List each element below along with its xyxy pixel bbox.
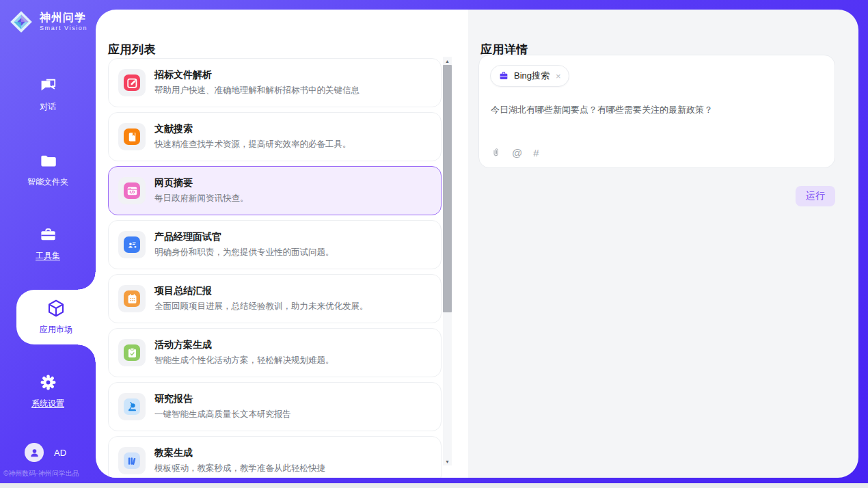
app-name: 活动方案生成 xyxy=(154,339,334,351)
app-desc: 帮助用户快速、准确地理解和解析招标书中的关键信息 xyxy=(154,85,360,96)
app-icon-tile xyxy=(118,285,146,312)
clipboard-check-icon xyxy=(124,344,140,361)
tool-chip-bing-search[interactable]: Bing搜索 × xyxy=(490,65,569,87)
copyright-footer: ©神州数码·神州问学出品 xyxy=(3,469,96,478)
close-icon[interactable]: × xyxy=(556,72,561,81)
prompt-toolbar: @ # xyxy=(491,147,539,159)
app-name: 招标文件解析 xyxy=(154,69,360,81)
app-desc: 明确身份和职责，为您提供专业性的面试问题。 xyxy=(154,247,334,258)
user-icon xyxy=(29,447,40,459)
sidebar-item-app-market[interactable]: 应用市场 xyxy=(16,290,96,344)
sidebar-item-label: 应用市场 xyxy=(40,325,72,334)
scroll-up-arrow-icon[interactable]: ▲ xyxy=(443,57,452,65)
app-name: 项目总结汇报 xyxy=(154,285,368,297)
logo-title: 神州问学 xyxy=(40,12,87,24)
scrollbar-thumb[interactable] xyxy=(443,65,452,312)
toolbox-icon xyxy=(39,226,57,244)
sidebar-item-label: 工具集 xyxy=(36,251,60,260)
user-account[interactable]: AD xyxy=(25,443,66,462)
logo-subtitle: Smart Vision xyxy=(40,25,87,32)
sidebar-item-settings[interactable]: 系统设置 xyxy=(0,373,96,409)
diamond-logo-icon xyxy=(8,9,34,35)
tool-chip-label: Bing搜索 xyxy=(514,70,550,82)
app-name: 产品经理面试官 xyxy=(154,231,334,243)
app-desc: 智能生成个性化活动方案，轻松解决规划难题。 xyxy=(154,355,334,366)
app-frame: 神州问学 Smart Vision 对话 智能文件夹 工具集 xyxy=(0,0,868,483)
app-desc: 快速精准查找学术资源，提高研究效率的必备工具。 xyxy=(154,139,351,150)
hashtag-icon[interactable]: # xyxy=(533,148,539,158)
app-icon-tile xyxy=(118,123,146,150)
calendar-note-icon xyxy=(124,290,140,307)
app-name: 文献搜索 xyxy=(154,123,351,135)
app-desc: 模板驱动，教案秒成，教学准备从此轻松快捷 xyxy=(154,463,325,474)
app-desc: 一键智能生成高质量长文本研究报告 xyxy=(154,409,291,420)
app-desc: 每日政府新闻资讯快查。 xyxy=(154,193,249,204)
app-list-item[interactable]: 项目总结汇报 全面回顾项目进展，总结经验教训，助力未来优化发展。 xyxy=(108,274,442,323)
sidebar-item-label: 对话 xyxy=(40,102,56,111)
app-list-item[interactable]: 教案生成 模板驱动，教案秒成，教学准备从此轻松快捷 xyxy=(108,436,442,478)
app-list-item[interactable]: 招标文件解析 帮助用户快速、准确地理解和解析招标书中的关键信息 xyxy=(108,58,442,107)
app-list-item[interactable]: 文献搜索 快速精准查找学术资源，提高研究效率的必备工具。 xyxy=(108,112,442,161)
app-list-item[interactable]: 研究报告 一键智能生成高质量长文本研究报告 xyxy=(108,382,442,431)
attachment-icon[interactable] xyxy=(491,147,501,159)
cube-icon xyxy=(46,298,66,318)
app-desc: 全面回顾项目进展，总结经验教训，助力未来优化发展。 xyxy=(154,301,368,312)
app-name: 网页摘要 xyxy=(154,177,249,189)
folder-icon xyxy=(39,152,57,170)
app-icon-tile xyxy=(118,231,146,258)
app-icon-tile xyxy=(118,393,146,420)
sidebar-item-label: 智能文件夹 xyxy=(27,177,68,187)
app-icon-tile xyxy=(118,177,146,204)
app-detail-panel: 应用详情 Bing搜索 × 今日湖北有哪些新闻要点？有哪些需要关注的最新政策？ xyxy=(468,10,858,478)
gear-icon xyxy=(39,373,57,392)
mention-icon[interactable]: @ xyxy=(512,148,522,158)
app-window: { "sidebar": { "logo": {"title": "神州问学",… xyxy=(0,0,868,488)
app-list-item-selected[interactable]: 网页摘要 每日政府新闻资讯快查。 xyxy=(108,166,442,215)
app-icon-tile xyxy=(118,447,146,474)
prompt-card: Bing搜索 × 今日湖北有哪些新闻要点？有哪些需要关注的最新政策？ @ # xyxy=(478,55,835,168)
chat-icon xyxy=(39,77,57,95)
edit-document-icon xyxy=(124,74,140,91)
scroll-down-arrow-icon[interactable]: ▼ xyxy=(443,457,452,465)
list-scrollbar[interactable]: ▲ ▼ xyxy=(443,57,452,465)
main-content: 应用列表 招标文件解析 帮助用户快速、准确地理解和解析招标书中的关键信息 xyxy=(96,10,858,478)
sidebar-item-label: 系统设置 xyxy=(31,398,64,408)
run-button[interactable]: 运行 xyxy=(796,186,835,206)
sidebar-item-smart-folder[interactable]: 智能文件夹 xyxy=(0,152,96,188)
app-logo: 神州问学 Smart Vision xyxy=(8,9,87,35)
app-list-item[interactable]: 产品经理面试官 明确身份和职责，为您提供专业性的面试问题。 xyxy=(108,220,442,269)
user-name: AD xyxy=(54,448,66,458)
app-icon-tile xyxy=(118,69,146,96)
app-list-panel: 应用列表 招标文件解析 帮助用户快速、准确地理解和解析招标书中的关键信息 xyxy=(96,10,468,478)
app-icon-tile xyxy=(118,339,146,366)
avatar xyxy=(25,443,44,462)
app-name: 教案生成 xyxy=(154,447,325,459)
books-icon xyxy=(124,452,140,469)
browser-code-icon xyxy=(124,182,140,199)
app-name: 研究报告 xyxy=(154,393,291,405)
book-icon xyxy=(124,128,140,145)
person-document-icon xyxy=(124,236,140,253)
microscope-icon xyxy=(124,398,140,415)
sidebar-item-toolkit[interactable]: 工具集 xyxy=(0,226,96,262)
app-list-title: 应用列表 xyxy=(108,42,156,57)
app-list-item[interactable]: 活动方案生成 智能生成个性化活动方案，轻松解决规划难题。 xyxy=(108,328,442,377)
prompt-input[interactable]: 今日湖北有哪些新闻要点？有哪些需要关注的最新政策？ xyxy=(491,103,821,117)
sidebar: 神州问学 Smart Vision 对话 智能文件夹 工具集 xyxy=(0,0,96,483)
briefcase-icon xyxy=(498,70,509,81)
sidebar-item-chat[interactable]: 对话 xyxy=(0,77,96,113)
